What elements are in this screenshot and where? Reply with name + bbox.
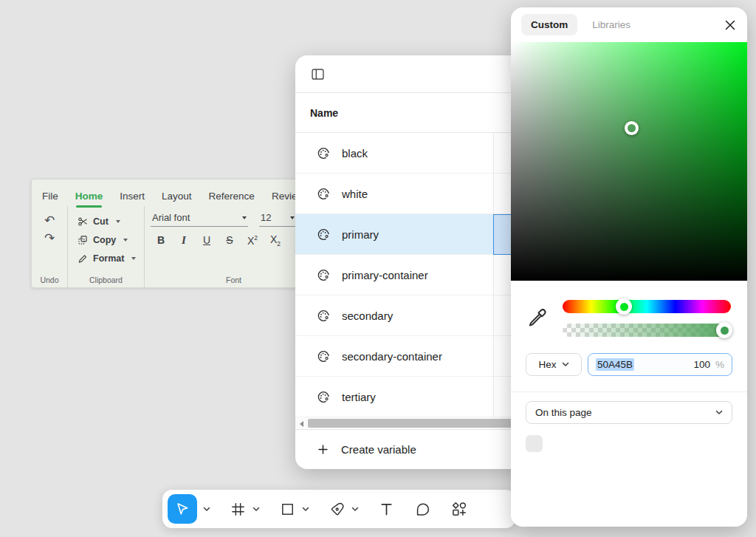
palette-icon bbox=[317, 146, 331, 160]
palette-icon bbox=[317, 390, 331, 404]
variable-row-primary-container[interactable]: primary-container bbox=[295, 255, 526, 295]
plus-icon bbox=[317, 444, 329, 455]
tab-libraries[interactable]: Libraries bbox=[592, 19, 630, 30]
superscript-button[interactable]: X2 bbox=[246, 234, 259, 247]
clipboard-group-label: Clipboard bbox=[68, 276, 144, 284]
eyedropper-icon[interactable] bbox=[526, 307, 548, 329]
frame-tool-icon[interactable] bbox=[230, 501, 247, 518]
tab-layout[interactable]: Layout bbox=[162, 191, 192, 202]
variable-row-primary[interactable]: primary bbox=[295, 214, 526, 255]
saturation-value-gradient[interactable] bbox=[511, 42, 747, 281]
redo-icon[interactable]: ↷ bbox=[44, 230, 55, 247]
chevron-down-icon bbox=[715, 410, 723, 415]
cut-button[interactable]: Cut bbox=[78, 212, 144, 230]
horizontal-scrollbar[interactable] bbox=[295, 417, 526, 429]
comment-tool-icon[interactable] bbox=[414, 501, 431, 518]
opacity-value[interactable]: 100 bbox=[693, 359, 710, 370]
cut-dropdown-arrow[interactable] bbox=[116, 220, 120, 223]
tab-custom[interactable]: Custom bbox=[521, 14, 577, 35]
hue-slider[interactable] bbox=[563, 300, 731, 313]
hue-slider-handle[interactable] bbox=[616, 298, 632, 315]
undo-group-label: Undo bbox=[32, 276, 67, 284]
move-cursor-icon bbox=[174, 501, 190, 517]
pen-tool-chevron[interactable] bbox=[351, 507, 359, 512]
variables-panel: Name black white primary primary-contain… bbox=[295, 55, 526, 469]
copy-dropdown-arrow[interactable] bbox=[123, 239, 128, 242]
palette-icon bbox=[317, 228, 331, 242]
pen-tool-icon[interactable] bbox=[329, 501, 346, 518]
variable-name: white bbox=[342, 188, 368, 200]
tab-file[interactable]: File bbox=[42, 191, 58, 202]
move-tool-button[interactable] bbox=[168, 494, 197, 524]
palette-icon bbox=[317, 309, 331, 323]
variable-name: secondary bbox=[342, 309, 393, 322]
undo-icon[interactable]: ↶ bbox=[44, 212, 55, 230]
copy-button[interactable]: Copy bbox=[78, 230, 144, 249]
variable-row-white[interactable]: white bbox=[295, 174, 526, 214]
palette-icon bbox=[317, 187, 331, 201]
divider bbox=[511, 391, 747, 392]
underline-button[interactable]: U bbox=[200, 234, 213, 246]
variable-name: black bbox=[342, 147, 368, 160]
hex-value-text: 50A45B bbox=[596, 358, 634, 371]
color-swatch[interactable] bbox=[526, 435, 543, 452]
rectangle-tool-chevron[interactable] bbox=[302, 507, 309, 512]
variable-name: tertiary bbox=[342, 391, 376, 403]
tab-insert[interactable]: Insert bbox=[120, 191, 145, 202]
hex-value-input[interactable]: 50A45B 100 % bbox=[588, 353, 732, 376]
actions-tool-icon[interactable] bbox=[450, 500, 468, 518]
alpha-slider[interactable] bbox=[563, 324, 731, 337]
palette-icon bbox=[317, 349, 331, 363]
variable-name: primary-container bbox=[342, 269, 428, 281]
scroll-left-arrow[interactable] bbox=[300, 421, 303, 427]
variable-row-secondary[interactable]: secondary bbox=[295, 295, 526, 336]
bold-button[interactable]: B bbox=[154, 234, 168, 246]
variable-row-secondary-container[interactable]: secondary-container bbox=[295, 336, 526, 377]
color-picker-cursor[interactable] bbox=[625, 121, 639, 135]
palette-icon bbox=[317, 268, 331, 282]
table-header-row: Name bbox=[295, 93, 526, 132]
italic-button[interactable]: I bbox=[177, 234, 190, 247]
variable-name: secondary-container bbox=[342, 350, 442, 363]
bottom-toolbar bbox=[162, 490, 515, 528]
format-paint-icon bbox=[78, 253, 88, 264]
tab-home[interactable]: Home bbox=[75, 191, 103, 202]
frame-tool-chevron[interactable] bbox=[252, 507, 260, 512]
column-divider bbox=[493, 133, 494, 417]
format-dropdown-arrow[interactable] bbox=[131, 257, 136, 260]
alpha-slider-handle[interactable] bbox=[716, 322, 732, 338]
column-header-name: Name bbox=[310, 107, 338, 119]
strikethrough-button[interactable]: S bbox=[223, 234, 236, 246]
format-button[interactable]: Format bbox=[78, 249, 144, 267]
chevron-down-icon bbox=[562, 362, 569, 367]
font-family-dropdown[interactable]: Arial font bbox=[151, 212, 248, 227]
clipboard-group: Cut Copy Format Clipb bbox=[67, 206, 144, 289]
variable-name: primary bbox=[342, 228, 379, 241]
subscript-button[interactable]: X2 bbox=[269, 233, 282, 247]
panel-left-icon[interactable] bbox=[310, 66, 326, 82]
undo-group: ↶ ↷ Undo bbox=[32, 206, 67, 289]
create-variable-button[interactable]: Create variable bbox=[295, 430, 526, 469]
move-tool-chevron[interactable] bbox=[203, 507, 210, 512]
scope-selector-dropdown[interactable]: On this page bbox=[526, 401, 732, 424]
rectangle-tool-icon[interactable] bbox=[279, 501, 296, 518]
variable-row-black[interactable]: black bbox=[295, 133, 526, 174]
close-icon[interactable] bbox=[725, 20, 735, 30]
color-mode-dropdown[interactable]: Hex bbox=[526, 353, 582, 376]
color-picker-panel: Custom Libraries Hex 50A45B 100 % On thi… bbox=[511, 7, 747, 527]
copy-icon bbox=[78, 235, 88, 245]
text-tool-icon[interactable] bbox=[378, 501, 395, 518]
opacity-unit: % bbox=[715, 359, 724, 370]
variable-row-tertiary[interactable]: tertiary bbox=[295, 377, 526, 417]
scrollbar-thumb[interactable] bbox=[308, 419, 526, 428]
font-size-dropdown[interactable]: 12 bbox=[259, 212, 296, 227]
tab-reference[interactable]: Reference bbox=[209, 191, 255, 202]
scissors-icon bbox=[78, 216, 88, 227]
